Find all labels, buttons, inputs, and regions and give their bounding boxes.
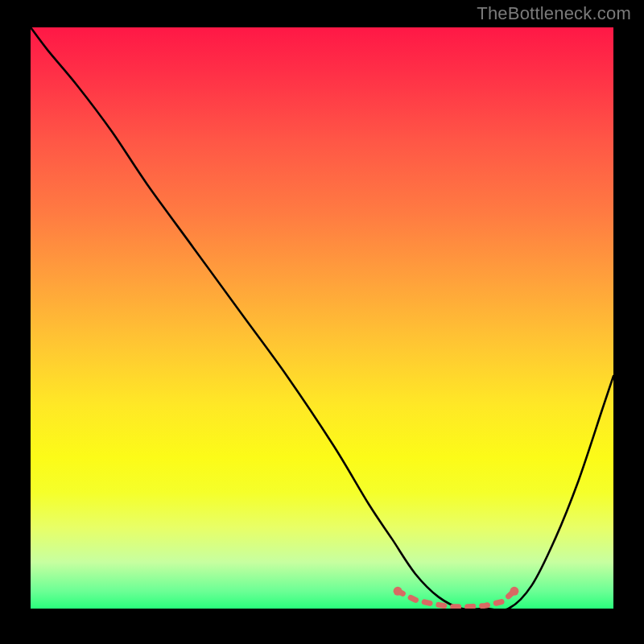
- watermark-text: TheBottleneck.com: [477, 3, 631, 24]
- chart-container: TheBottleneck.com: [0, 0, 644, 644]
- plot-background-gradient: [31, 27, 613, 609]
